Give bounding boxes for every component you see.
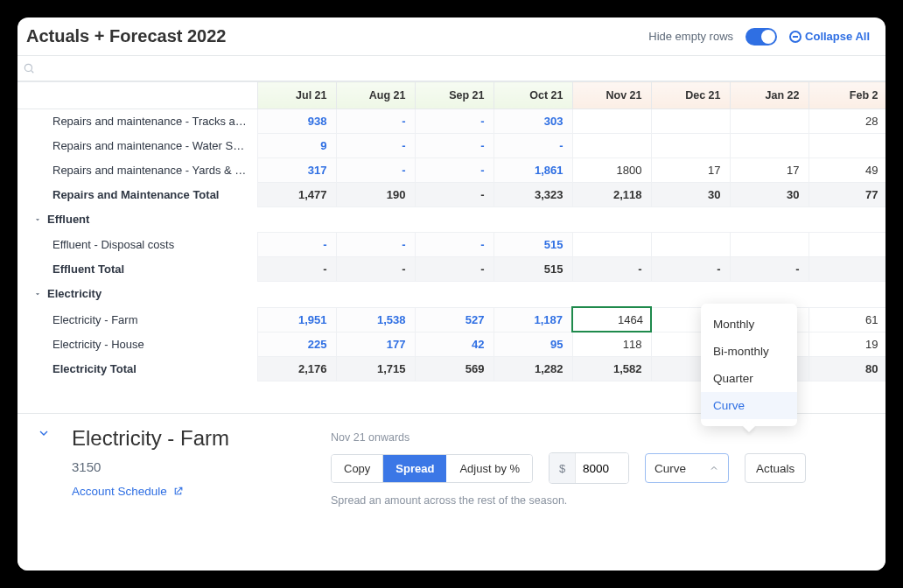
grid-cell: - — [257, 233, 336, 257]
grid-cell: 1,715 — [336, 357, 415, 382]
total-row-label: Repairs and Maintenance Total — [18, 183, 257, 207]
curve-select[interactable]: Curve — [645, 453, 729, 483]
grid-cell[interactable]: 118 — [572, 332, 651, 357]
collapse-all-button[interactable]: Collapse All — [789, 30, 870, 43]
hide-empty-label: Hide empty rows — [648, 30, 733, 43]
amount-input-group: $ — [549, 452, 629, 484]
grid-cell: - — [336, 233, 415, 257]
grid-cell: - — [651, 257, 730, 282]
grid-cell: 2,118 — [572, 183, 651, 207]
grid-cell: 1,582 — [572, 357, 651, 382]
grid-cell[interactable]: 28 — [808, 109, 886, 134]
actuals-button[interactable]: Actuals — [745, 453, 806, 483]
dropdown-option[interactable]: Quarter — [701, 365, 797, 392]
detail-panel: Electricity - Farm 3150 Account Schedule… — [18, 413, 886, 570]
grid-cell[interactable]: 1800 — [572, 158, 651, 183]
panel-collapse-button[interactable] — [37, 426, 51, 444]
onwards-label: Nov 21 onwards — [331, 431, 866, 444]
item-row-label[interactable]: Effluent - Disposal costs — [18, 233, 257, 257]
grid-cell: 527 — [415, 307, 494, 332]
grid-cell: 515 — [494, 233, 572, 257]
grid-cell[interactable]: 61 — [808, 307, 886, 332]
grid-cell: - — [336, 158, 415, 183]
grid-cell[interactable] — [730, 233, 808, 257]
grid-cell[interactable] — [730, 134, 808, 158]
grid-cell: - — [572, 257, 651, 282]
dropdown-option[interactable]: Monthly — [701, 311, 797, 338]
grid-cell: 42 — [415, 332, 494, 357]
month-header: Jan 22 — [730, 82, 808, 109]
search-input[interactable] — [38, 62, 880, 74]
category-row[interactable]: Effluent — [18, 207, 886, 233]
grid-cell: - — [730, 257, 808, 282]
grid-cell: 2,176 — [257, 357, 336, 382]
total-row-label: Electricity Total — [18, 357, 257, 382]
grid-cell: - — [415, 158, 494, 183]
curve-dropdown[interactable]: MonthlyBi-monthlyQuarterCurve — [701, 304, 797, 426]
svg-line-1 — [32, 71, 34, 74]
amount-input[interactable] — [576, 453, 628, 483]
grid-cell: 225 — [257, 332, 336, 357]
grid-cell[interactable]: 49 — [808, 158, 886, 183]
grid-cell: - — [494, 134, 572, 158]
grid-cell: - — [336, 134, 415, 158]
item-row-label[interactable]: Electricity - Farm — [18, 307, 257, 332]
grid-cell: 1,187 — [494, 307, 572, 332]
grid-cell: 80 — [808, 357, 886, 382]
total-row-label: Effluent Total — [18, 257, 257, 282]
grid-cell: 515 — [494, 257, 572, 282]
item-row-label[interactable]: Repairs and maintenance - Yards & F… — [18, 158, 257, 183]
grid-cell[interactable] — [651, 233, 730, 257]
grid-cell: 190 — [336, 183, 415, 207]
svg-point-0 — [24, 64, 32, 71]
grid-cell: 303 — [494, 109, 572, 134]
grid-cell: - — [415, 233, 494, 257]
grid-cell[interactable]: 17 — [651, 158, 730, 183]
item-row-label[interactable]: Repairs and maintenance - Tracks a… — [18, 109, 257, 134]
grid-cell: - — [415, 183, 494, 207]
search-icon — [23, 62, 35, 74]
grid-cell[interactable] — [651, 134, 730, 158]
external-link-icon — [172, 486, 184, 497]
hint-text: Spread an amount across the rest of the … — [331, 494, 866, 507]
adjust-button[interactable]: Adjust by % — [446, 455, 532, 482]
month-header: Nov 21 — [572, 82, 651, 109]
grid-cell: 3,323 — [494, 183, 572, 207]
grid-cell[interactable] — [651, 109, 730, 134]
item-row-label[interactable]: Electricity - House — [18, 332, 257, 357]
grid-cell[interactable]: 19 — [808, 332, 886, 357]
grid-cell: - — [336, 257, 415, 282]
grid-cell: 1,538 — [336, 307, 415, 332]
grid-cell[interactable]: 1464 — [572, 307, 651, 332]
grid-cell[interactable] — [808, 233, 886, 257]
grid-cell: - — [336, 109, 415, 134]
dropdown-option[interactable]: Curve — [701, 392, 797, 419]
grid-cell: 1,861 — [494, 158, 572, 183]
month-header: Oct 21 — [494, 82, 572, 109]
grid-cell: - — [415, 134, 494, 158]
copy-button[interactable]: Copy — [332, 455, 382, 482]
grid-cell[interactable] — [572, 134, 651, 158]
grid-cell: 9 — [257, 134, 336, 158]
grid-cell[interactable] — [730, 109, 808, 134]
grid-cell[interactable]: 17 — [730, 158, 808, 183]
grid-cell: - — [415, 257, 494, 282]
page-title: Actuals + Forecast 2022 — [26, 26, 226, 46]
chevron-down-icon — [37, 426, 51, 440]
month-header: Aug 21 — [336, 82, 415, 109]
grid-cell: 1,477 — [257, 183, 336, 207]
collapse-icon — [789, 31, 802, 43]
hide-empty-toggle[interactable] — [746, 28, 777, 46]
grid-cell[interactable] — [808, 134, 886, 158]
dropdown-option[interactable]: Bi-monthly — [701, 338, 797, 365]
month-header: Sep 21 — [415, 82, 494, 109]
grid-cell[interactable] — [572, 109, 651, 134]
item-row-label[interactable]: Repairs and maintenance - Water Su… — [18, 134, 257, 158]
grid-cell: 569 — [415, 357, 494, 382]
grid-cell[interactable] — [572, 233, 651, 257]
month-header: Dec 21 — [651, 82, 730, 109]
grid-cell: - — [257, 257, 336, 282]
spread-button[interactable]: Spread — [382, 455, 446, 482]
grid-cell: 77 — [808, 183, 886, 207]
grid-cell: 30 — [730, 183, 808, 207]
